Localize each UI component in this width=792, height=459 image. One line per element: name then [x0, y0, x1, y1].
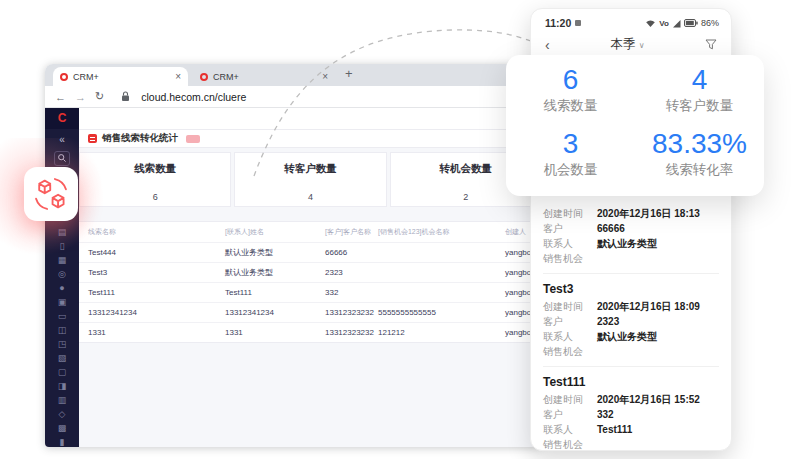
back-icon[interactable]: ←: [55, 91, 66, 103]
crm-favicon-icon: [60, 73, 68, 81]
contact-cell: 默认业务类型: [225, 247, 325, 258]
stat-card-label: 转客户数量: [235, 162, 385, 176]
lead-name: Test111: [543, 375, 719, 389]
field-value: 332: [597, 407, 614, 422]
stat-label: 转客户数量: [635, 97, 764, 115]
table-row[interactable]: Test3 默认业务类型 2323 yangbo: [79, 262, 542, 282]
sidebar-module-icon[interactable]: ▦: [58, 256, 67, 265]
page-tab[interactable]: 销售线索转化统计: [79, 130, 542, 148]
column-header: 线索名称: [88, 227, 225, 237]
field-label: 销售机会: [543, 437, 597, 451]
sidebar-module-icon[interactable]: ▣: [58, 298, 67, 307]
leads-table: 线索名称 [联系人]姓名 [客户]客户名称 [销售机会123]机会名称 创建人 …: [79, 221, 542, 343]
field-value: 默认业务类型: [597, 236, 657, 251]
sidebar-module-icon[interactable]: ◨: [58, 382, 67, 391]
period-dropdown[interactable]: 本季 ∨: [550, 36, 705, 53]
stat-card-leads: 线索数量 6: [79, 152, 231, 207]
page-tab-badge: [186, 135, 200, 143]
contact-cell: 1331: [225, 328, 325, 337]
field-value: 默认业务类型: [597, 329, 657, 344]
stat-label: 线索数量: [506, 97, 635, 115]
sidebar-module-icon[interactable]: ▮: [60, 438, 65, 447]
sidebar-module-icon[interactable]: ▧: [58, 354, 67, 363]
sidebar-module-icon[interactable]: ▯: [60, 242, 65, 251]
sidebar-module-icon[interactable]: ▢: [58, 368, 67, 377]
field-label: 创建时间: [543, 206, 597, 221]
close-tab-icon[interactable]: ×: [322, 72, 328, 82]
browser-tab-2[interactable]: CRM+ ×: [193, 67, 335, 86]
reload-icon[interactable]: ↻: [95, 90, 104, 103]
tab-title: CRM+: [213, 72, 239, 82]
collapse-sidebar-icon[interactable]: «: [59, 134, 65, 145]
customer-cell: 66666: [325, 248, 378, 257]
table-row[interactable]: 1331 1331 13312323232 121212 yangbo: [79, 322, 542, 342]
sidebar-module-icon[interactable]: ▤: [58, 228, 67, 237]
customer-cell: 13312323232: [325, 308, 378, 317]
stat-opportunities: 3 机会数量: [506, 127, 635, 191]
lead-list: 创建时间2020年12月16日 18:13 客户66666 联系人默认业务类型 …: [531, 201, 731, 451]
field-value: Test111: [597, 422, 632, 437]
field-label: 客户: [543, 314, 597, 329]
column-header: [联系人]姓名: [225, 227, 325, 237]
sidebar-module-icon[interactable]: ●: [59, 284, 64, 293]
new-tab-button[interactable]: +: [345, 66, 353, 81]
sidebar-module-icon[interactable]: ◳: [58, 340, 67, 349]
sidebar-module-icon[interactable]: ▩: [58, 424, 67, 433]
notification-icon: [575, 20, 581, 26]
table-row[interactable]: 13312341234 13312341234 13312323232 5555…: [79, 302, 542, 322]
search-icon[interactable]: [54, 151, 70, 166]
stat-leads: 6 线索数量: [506, 63, 635, 127]
stat-card-label: 线索数量: [80, 162, 230, 176]
data-sync-icon: [24, 167, 78, 221]
customer-cell: 13312323232: [325, 328, 378, 337]
sidebar-module-icon[interactable]: ◇: [59, 410, 66, 419]
address-bar[interactable]: cloud.hecom.cn/cluere: [141, 91, 246, 103]
page-title: 销售线索转化统计: [102, 132, 178, 145]
close-tab-icon[interactable]: ×: [175, 72, 181, 82]
contact-cell: 默认业务类型: [225, 267, 325, 278]
stat-cards: 线索数量 6 转客户数量 4 转机会数量 2: [79, 152, 542, 207]
table-row[interactable]: Test111 Test111 332 yangbo: [79, 282, 542, 302]
stat-value: 3: [506, 127, 635, 161]
list-item[interactable]: 创建时间2020年12月16日 18:13 客户66666 联系人默认业务类型 …: [543, 201, 719, 273]
report-content: 线索数量 6 转客户数量 4 转机会数量 2 线索名称 [联系: [79, 148, 542, 447]
phone-stats-card: 6 线索数量 4 转客户数量 3 机会数量 83.33% 线索转化率: [506, 55, 764, 196]
lead-name-cell: 1331: [88, 328, 225, 337]
field-label: 销售机会: [543, 344, 597, 359]
field-label: 联系人: [543, 422, 597, 437]
table-row[interactable]: Test444 默认业务类型 66666 yangbo: [79, 242, 542, 262]
contact-cell: Test111: [225, 288, 325, 297]
sidebar-module-icon[interactable]: ▭: [58, 312, 67, 321]
sidebar-module-icon[interactable]: ◎: [58, 270, 66, 279]
stat-customers: 4 转客户数量: [635, 63, 764, 127]
wifi-icon: [645, 18, 656, 28]
column-header: [销售机会123]机会名称: [378, 227, 505, 237]
browser-window: CRM+ × CRM+ × + ← → ↻ cloud.hecom.cn/clu…: [45, 64, 542, 447]
volte-icon: Vo: [659, 19, 669, 28]
filter-icon[interactable]: [705, 39, 717, 50]
sidebar-module-icon[interactable]: ◫: [58, 326, 67, 335]
lead-name: Test3: [543, 282, 719, 296]
field-value: 2020年12月16日 15:52: [597, 392, 700, 407]
signal-icon: [672, 19, 681, 28]
forward-icon[interactable]: →: [75, 91, 86, 103]
lead-name-cell: Test444: [88, 248, 225, 257]
customer-cell: 2323: [325, 268, 378, 277]
tab-title: CRM+: [73, 72, 99, 82]
lead-name-cell: Test3: [88, 268, 225, 277]
field-value: 2323: [597, 314, 619, 329]
list-item[interactable]: Test3 创建时间2020年12月16日 18:09 客户2323 联系人默认…: [543, 273, 719, 366]
sidebar-module-list: ▤ ▯ ▦ ◎ ● ▣ ▭ ◫ ◳ ▧ ▢ ◨ ▥ ◇ ▩ ▮: [58, 228, 67, 447]
browser-tab-1[interactable]: CRM+ ×: [53, 67, 188, 86]
stat-card-value: 4: [235, 192, 385, 202]
column-header: [客户]客户名称: [325, 227, 378, 237]
lock-icon: [121, 91, 130, 102]
list-item[interactable]: Test111 创建时间2020年12月16日 15:52 客户332 联系人T…: [543, 366, 719, 451]
battery-icon: [684, 19, 698, 27]
phone-status-bar: 11:20 Vo 86%: [531, 9, 731, 29]
sidebar-module-icon[interactable]: ▥: [58, 396, 67, 405]
field-value: 2020年12月16日 18:09: [597, 299, 700, 314]
browser-toolbar: ← → ↻ cloud.hecom.cn/cluere: [45, 86, 542, 108]
app-sidebar: C « ▤ ▯ ▦ ◎ ● ▣ ▭ ◫ ◳ ▧ ▢ ◨ ▥: [45, 108, 79, 447]
field-label: 联系人: [543, 329, 597, 344]
